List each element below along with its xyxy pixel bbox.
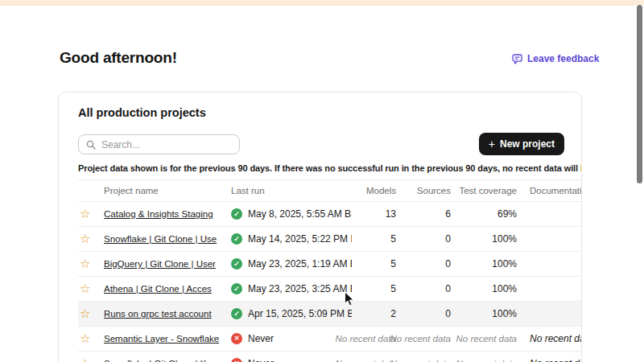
project-name-link[interactable]: Snowflake | Git Clone | Use bbox=[104, 234, 217, 244]
column-header-test-coverage: Test coverage bbox=[451, 180, 517, 202]
sources-value: 6 bbox=[445, 208, 451, 220]
favorite-star-button[interactable]: ☆ bbox=[78, 257, 90, 269]
success-status-icon: ✓ bbox=[231, 258, 242, 269]
documentation-coverage-value: No recent data bbox=[517, 333, 582, 344]
error-status-icon: ✕ bbox=[231, 358, 242, 362]
test-coverage-value: 69% bbox=[497, 208, 517, 220]
sources-value: 0 bbox=[445, 308, 451, 319]
project-name-link[interactable]: Semantic Layer - Snowflake bbox=[104, 334, 219, 343]
feedback-chat-icon bbox=[512, 54, 522, 64]
projects-table: Project name Last run Models Sources Tes… bbox=[78, 179, 582, 362]
last-run-value: May 8, 2025, 5:55 AM BST bbox=[248, 208, 352, 220]
last-run-value: May 23, 2025, 1:19 AM BST bbox=[248, 258, 352, 269]
models-value: 13 bbox=[386, 208, 396, 220]
projects-card: All production projects + New project Pr… bbox=[58, 92, 582, 362]
table-row[interactable]: ☆ Snowflake | Git Clone | Key ✓ ✕ Never … bbox=[78, 352, 582, 362]
models-value: 5 bbox=[390, 258, 396, 269]
star-icon: ☆ bbox=[80, 306, 90, 320]
models-value: 5 bbox=[390, 283, 396, 294]
project-name-link[interactable]: Runs on grpc test account bbox=[104, 309, 212, 319]
sources-value: No recent data bbox=[390, 334, 451, 343]
error-status-icon: ✕ bbox=[231, 333, 242, 344]
column-header-project-name: Project name bbox=[104, 180, 231, 202]
test-coverage-value: 100% bbox=[492, 283, 517, 294]
search-input[interactable] bbox=[101, 139, 232, 150]
project-name-link[interactable]: Catalog & Insights Staging bbox=[104, 209, 213, 219]
table-row[interactable]: ☆ Athena | Git Clone | Acces ✓ ✕ May 23,… bbox=[78, 277, 582, 302]
success-status-icon: ✓ bbox=[231, 208, 242, 220]
plus-icon: + bbox=[489, 138, 495, 150]
top-accent-bar bbox=[0, 0, 644, 6]
success-status-icon: ✓ bbox=[231, 283, 242, 294]
favorite-star-button[interactable]: ☆ bbox=[78, 357, 90, 362]
table-row[interactable]: ☆ BigQuery | Git Clone | User ✓ ✕ May 23… bbox=[78, 252, 582, 277]
leave-feedback-label: Leave feedback bbox=[527, 53, 599, 64]
project-name-link[interactable]: BigQuery | Git Clone | User bbox=[104, 259, 216, 269]
projects-table-wrapper: Project name Last run Models Sources Tes… bbox=[78, 179, 582, 362]
star-icon: ☆ bbox=[80, 207, 90, 220]
project-name-link[interactable]: Athena | Git Clone | Acces bbox=[104, 284, 212, 294]
column-header-sources: Sources bbox=[396, 180, 451, 202]
column-header-models: Models bbox=[352, 180, 396, 202]
last-run-value: May 14, 2025, 5:22 PM BST bbox=[248, 233, 352, 245]
table-row[interactable]: ☆ Semantic Layer - Snowflake ✓ ✕ Never N… bbox=[78, 327, 582, 352]
page-scrollbar bbox=[634, 5, 644, 362]
last-run-value: May 23, 2025, 3:25 AM B bbox=[248, 283, 352, 294]
models-value: 2 bbox=[390, 308, 396, 319]
search-box bbox=[78, 134, 240, 154]
table-header-row: Project name Last run Models Sources Tes… bbox=[78, 180, 582, 202]
column-header-favorite bbox=[78, 180, 104, 202]
sources-value: No recent data bbox=[390, 359, 451, 362]
search-icon bbox=[86, 140, 96, 150]
last-run-value: Apr 15, 2025, 5:09 PM BST bbox=[248, 308, 352, 319]
scrollbar-thumb[interactable] bbox=[637, 5, 642, 183]
card-title: All production projects bbox=[78, 106, 206, 119]
test-coverage-value: No recent data bbox=[456, 334, 517, 343]
new-project-button[interactable]: + New project bbox=[479, 133, 564, 155]
new-project-label: New project bbox=[500, 138, 555, 150]
models-value: No recent data bbox=[336, 359, 396, 362]
page-title: Good afternoon! bbox=[60, 49, 177, 67]
column-header-documentation-coverage: Documentation coverage bbox=[517, 180, 582, 202]
test-coverage-value: 100% bbox=[492, 258, 517, 269]
column-header-last-run: Last run bbox=[231, 180, 352, 202]
success-status-icon: ✓ bbox=[231, 308, 242, 319]
documentation-coverage-value: No recent data bbox=[517, 358, 582, 362]
star-icon: ☆ bbox=[80, 257, 90, 270]
data-retention-notice: Project data shown is for the previous 9… bbox=[78, 163, 582, 173]
star-icon: ☆ bbox=[80, 356, 90, 362]
test-coverage-value: No recent data bbox=[456, 359, 517, 362]
test-coverage-value: 100% bbox=[492, 233, 517, 245]
sources-value: 0 bbox=[445, 283, 451, 294]
models-value: No recent data bbox=[336, 334, 396, 343]
favorite-star-button[interactable]: ☆ bbox=[78, 208, 90, 220]
sources-value: 0 bbox=[445, 258, 451, 269]
last-run-value: Never bbox=[248, 333, 274, 344]
sources-value: 0 bbox=[445, 233, 451, 245]
models-value: 5 bbox=[390, 233, 396, 245]
favorite-star-button[interactable]: ☆ bbox=[78, 332, 90, 344]
test-coverage-value: 100% bbox=[492, 308, 517, 319]
last-run-value: Never bbox=[248, 358, 274, 362]
project-name-link[interactable]: Snowflake | Git Clone | Key bbox=[104, 359, 217, 362]
star-icon: ☆ bbox=[80, 282, 90, 295]
favorite-star-button[interactable]: ☆ bbox=[78, 232, 90, 245]
star-icon: ☆ bbox=[80, 232, 90, 245]
favorite-star-button[interactable]: ☆ bbox=[78, 307, 90, 319]
table-row[interactable]: ☆ Snowflake | Git Clone | Use ✓ ✕ May 14… bbox=[78, 227, 582, 252]
star-icon: ☆ bbox=[80, 331, 90, 345]
table-row[interactable]: ☆ Runs on grpc test account ✓ ✕ Apr 15, … bbox=[78, 302, 582, 327]
favorite-star-button[interactable]: ☆ bbox=[78, 282, 90, 294]
success-status-icon: ✓ bbox=[231, 233, 242, 245]
table-row[interactable]: ☆ Catalog & Insights Staging ✓ ✕ May 8, … bbox=[78, 202, 582, 227]
table-body: ☆ Catalog & Insights Staging ✓ ✕ May 8, … bbox=[78, 202, 582, 362]
leave-feedback-link[interactable]: Leave feedback bbox=[512, 53, 599, 64]
